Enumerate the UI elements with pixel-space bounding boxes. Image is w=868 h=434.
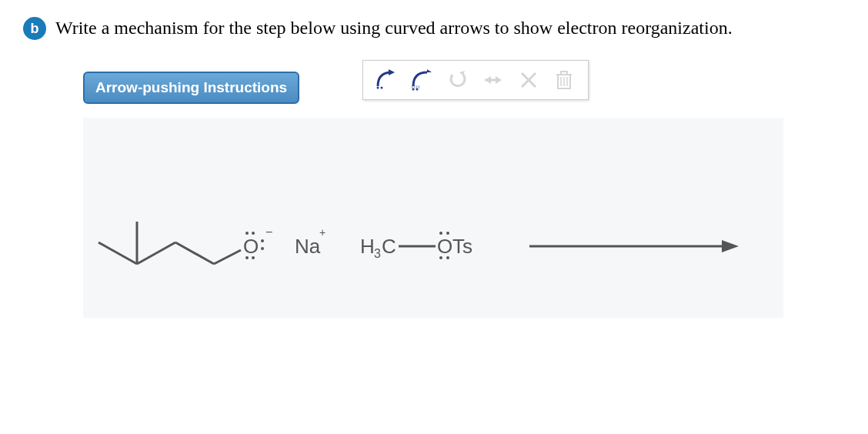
clear-icon [516, 67, 542, 93]
svg-point-28 [446, 256, 449, 259]
curved-arrow-half-icon[interactable] [409, 67, 436, 93]
svg-point-18 [245, 232, 249, 235]
svg-point-0 [377, 86, 379, 88]
reaction-canvas[interactable]: O − Na + H 3 C O Ts [83, 118, 783, 318]
sodium-charge: + [319, 226, 326, 239]
svg-point-26 [446, 232, 449, 235]
svg-point-23 [261, 247, 264, 250]
svg-point-2 [412, 88, 415, 90]
oxygen-charge: − [265, 225, 272, 239]
curved-arrow-full-icon[interactable] [374, 67, 400, 93]
svg-rect-4 [412, 86, 419, 88]
ots-oxygen: O [437, 235, 452, 258]
oxygen-atom: O [243, 235, 259, 258]
redo-icon [480, 67, 506, 93]
drawing-toolbar [362, 60, 589, 100]
svg-point-19 [252, 232, 255, 235]
svg-point-3 [416, 88, 419, 90]
svg-line-15 [137, 242, 175, 264]
part-badge-label: b [31, 21, 39, 37]
trash-icon [551, 67, 577, 93]
h3c-sub: 3 [374, 247, 381, 260]
svg-point-25 [439, 232, 442, 235]
svg-point-22 [261, 239, 264, 242]
svg-line-16 [175, 242, 214, 264]
h3c-h: H [360, 235, 375, 258]
svg-point-21 [252, 256, 255, 259]
ots-ts: Ts [452, 235, 472, 258]
svg-point-1 [381, 86, 383, 88]
part-badge: b [23, 17, 46, 40]
h3c-c: C [382, 235, 396, 258]
arrow-pushing-instructions-button[interactable]: Arrow-pushing Instructions [83, 72, 299, 104]
undo-icon [445, 67, 471, 93]
instruction-text: Write a mechanism for the step below usi… [55, 15, 733, 42]
svg-line-13 [98, 242, 137, 264]
sodium: Na [295, 235, 321, 258]
svg-point-20 [245, 256, 249, 259]
svg-point-27 [439, 256, 442, 259]
svg-rect-9 [561, 72, 567, 75]
reaction-scheme: O − Na + H 3 C O Ts [83, 156, 783, 295]
svg-line-17 [214, 250, 241, 264]
